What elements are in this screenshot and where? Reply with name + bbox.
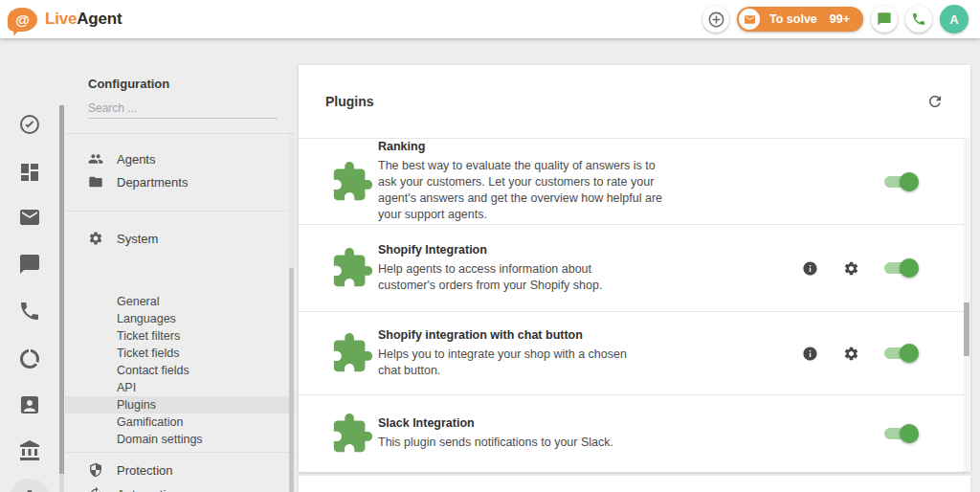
rail-scrollbar[interactable] — [59, 105, 64, 492]
plugin-name: Shopify integration with chat button — [378, 328, 640, 342]
to-solve-envelope-badge — [739, 9, 760, 30]
config-child-languages[interactable]: Languages — [65, 310, 295, 327]
divider — [65, 452, 295, 453]
info-icon — [802, 346, 818, 362]
puzzle-icon — [330, 246, 374, 290]
gear-icon — [19, 488, 40, 492]
config-item-departments[interactable]: Departments — [65, 171, 295, 192]
plugins-list-scrollbar-thumb[interactable] — [964, 302, 969, 356]
icon-rail-sidebar — [0, 38, 59, 492]
contact-card-icon — [18, 393, 41, 416]
plugin-toggle-on[interactable] — [884, 258, 917, 278]
plugin-toggle-on[interactable] — [884, 424, 917, 443]
sync-icon — [88, 486, 103, 492]
plugin-toggle-on[interactable] — [884, 172, 917, 191]
plugin-description: Helps you to integrate your shop with a … — [378, 347, 640, 379]
phone-icon — [911, 11, 926, 27]
rail-item-dashboard[interactable] — [18, 161, 41, 184]
plugin-name: Slack Integration — [378, 416, 684, 430]
divider — [65, 133, 295, 134]
plugin-description: Help agents to access information about … — [378, 261, 606, 294]
data-usage-icon — [18, 347, 41, 370]
header-actions: To solve 99+ A — [702, 5, 969, 34]
rail-item-mail[interactable] — [18, 206, 41, 229]
folder-icon — [88, 174, 103, 190]
plugin-row-shopify-chat-button: Shopify integration with chat button Hel… — [299, 311, 970, 394]
chats-button[interactable] — [871, 6, 898, 33]
gear-icon — [88, 231, 103, 246]
config-item-label: Protection — [117, 463, 173, 478]
config-scrollbar-thumb[interactable] — [289, 268, 294, 492]
envelope-icon — [744, 13, 756, 26]
plugin-row-shopify-integration: Shopify Integration Help agents to acces… — [299, 224, 970, 311]
user-avatar[interactable]: A — [940, 5, 969, 34]
top-header: @ LiveAgent To solve 99+ A — [0, 0, 980, 38]
plugin-row-slack-integration: Slack Integration This plugin sends noti… — [299, 394, 970, 471]
logo-text: LiveAgent — [45, 10, 122, 29]
config-item-protection[interactable]: Protection — [65, 459, 295, 481]
liveagent-logo[interactable]: @ LiveAgent — [8, 8, 122, 32]
gear-icon — [843, 346, 859, 362]
config-item-agents[interactable]: Agents — [65, 148, 295, 169]
search-input[interactable] — [88, 98, 278, 119]
plugin-description: The best way to evaluate the quality of … — [378, 158, 663, 223]
logo-bubble-icon: @ — [8, 8, 37, 32]
puzzle-icon — [330, 160, 374, 204]
divider — [65, 211, 295, 212]
plugins-card: Plugins Ranking The best way to evaluate… — [299, 65, 970, 472]
to-solve-label: To solve — [769, 12, 817, 26]
plugin-description: This plugin sends notifications to your … — [378, 435, 684, 451]
plugin-settings-button[interactable] — [843, 260, 859, 277]
plugin-toggle-on[interactable] — [884, 344, 917, 363]
plugin-name: Ranking — [378, 140, 663, 153]
next-plugin-row-partial — [299, 476, 970, 492]
config-scrollbar[interactable] — [289, 134, 294, 492]
refresh-button[interactable] — [926, 93, 944, 110]
config-child-domain-settings[interactable]: Domain settings — [65, 431, 295, 448]
chat-icon — [877, 11, 892, 27]
config-child-contact-fields[interactable]: Contact fields — [65, 362, 295, 379]
config-child-gamification[interactable]: Gamification — [65, 414, 295, 431]
config-child-general[interactable]: General — [65, 293, 295, 310]
rail-item-tickets[interactable] — [18, 113, 41, 136]
gear-icon — [843, 260, 859, 277]
calls-button[interactable] — [905, 6, 932, 33]
agents-icon — [88, 151, 103, 167]
config-child-ticket-fields[interactable]: Ticket fields — [65, 345, 295, 362]
puzzle-icon — [330, 331, 374, 375]
mail-icon — [18, 206, 41, 229]
config-item-label: System — [117, 232, 158, 246]
phone-icon — [18, 300, 41, 323]
plugin-settings-button[interactable] — [843, 346, 859, 362]
plugin-name: Shopify Integration — [378, 243, 606, 257]
config-item-system[interactable]: System — [65, 228, 295, 249]
rail-item-reports[interactable] — [18, 347, 41, 370]
page-title: Plugins — [325, 94, 374, 109]
plus-circle-icon — [707, 11, 725, 29]
config-child-ticket-filters[interactable]: Ticket filters — [65, 327, 295, 345]
rail-item-configuration-active[interactable] — [10, 479, 50, 492]
rail-item-customers[interactable] — [18, 393, 41, 416]
logo-agent: Agent — [77, 10, 122, 28]
add-button[interactable] — [702, 6, 729, 33]
logo-live: Live — [45, 10, 77, 28]
configuration-panel: Configuration Agents Departments System … — [65, 38, 295, 492]
rail-scrollbar-thumb[interactable] — [59, 105, 64, 474]
config-child-api[interactable]: API — [65, 379, 295, 396]
config-child-plugins-selected[interactable]: Plugins — [65, 396, 295, 414]
info-button[interactable] — [802, 260, 818, 277]
info-icon — [802, 260, 818, 277]
rail-item-calls[interactable] — [18, 300, 41, 323]
to-solve-button[interactable]: To solve 99+ — [737, 7, 863, 32]
refresh-icon — [926, 93, 944, 110]
plugin-row-ranking: Ranking The best way to evaluate the qua… — [299, 138, 970, 224]
config-item-automation[interactable]: Automation — [65, 483, 295, 492]
plugins-list-scrollbar[interactable] — [964, 138, 969, 472]
avatar-letter: A — [949, 12, 958, 27]
puzzle-icon — [330, 412, 374, 456]
rail-item-chats[interactable] — [18, 253, 41, 276]
rail-item-billing[interactable] — [18, 439, 41, 462]
info-button[interactable] — [802, 346, 818, 362]
config-item-label: Automation — [117, 487, 180, 492]
dashboard-icon — [18, 161, 41, 184]
